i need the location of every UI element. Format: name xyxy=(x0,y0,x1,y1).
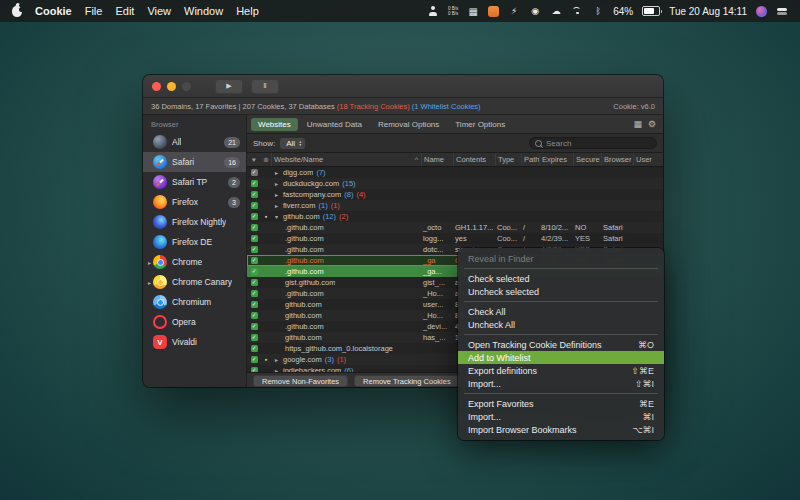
table-row[interactable]: ✓.github.com_octoGH1.1.17...Coo.../8/10/… xyxy=(247,222,663,233)
column-header-browser[interactable]: Browser xyxy=(601,153,633,166)
table-row[interactable]: ✓▸duckduckgo.com(15) xyxy=(247,178,663,189)
column-header-secure[interactable]: Secure xyxy=(573,153,601,166)
siri-icon[interactable] xyxy=(756,6,767,17)
record-icon[interactable] xyxy=(529,5,541,17)
tab-timer-options[interactable]: Timer Options xyxy=(448,118,512,131)
column-header-expires[interactable]: Expires xyxy=(539,153,573,166)
disclosure-icon[interactable]: ▸ xyxy=(273,356,280,363)
column-header-type[interactable]: Type xyxy=(495,153,521,166)
favorites-column-icon[interactable]: ♥ xyxy=(247,156,261,163)
column-header-path[interactable]: Path xyxy=(521,153,539,166)
sidebar-item-safari-tp[interactable]: Safari TP2 xyxy=(143,172,246,192)
table-row[interactable]: ✓▸fastcompany.com(8)(4) xyxy=(247,189,663,200)
close-button[interactable] xyxy=(152,82,161,91)
search-input[interactable]: Search xyxy=(529,137,657,149)
row-checkbox[interactable]: ✓ xyxy=(251,213,258,220)
user-icon[interactable] xyxy=(427,5,439,17)
disclosure-icon[interactable]: ▸ xyxy=(273,191,280,198)
table-row[interactable]: ✓●▾github.com(12)(2) xyxy=(247,211,663,222)
pause-timer-button[interactable]: Ⅱ xyxy=(251,79,279,94)
row-checkbox[interactable]: ✓ xyxy=(251,169,258,176)
battery-percent[interactable]: 64% xyxy=(613,6,633,17)
column-header-contents[interactable]: Contents xyxy=(453,153,495,166)
sidebar-item-firefox-de[interactable]: Firefox DE xyxy=(143,232,246,252)
control-center-icon[interactable] xyxy=(776,5,788,17)
disclosure-icon[interactable]: ▾ xyxy=(273,213,280,220)
row-checkbox[interactable]: ✓ xyxy=(251,312,258,319)
button-remove-non-favorites[interactable]: Remove Non-Favorites xyxy=(253,375,348,387)
row-checkbox[interactable]: ✓ xyxy=(251,191,258,198)
column-header-website-name[interactable]: Website/Name^ xyxy=(271,153,421,166)
grid-icon[interactable] xyxy=(467,5,479,17)
row-checkbox[interactable]: ✓ xyxy=(251,257,258,264)
menu-help[interactable]: Help xyxy=(236,5,259,17)
menubar-clock[interactable]: Tue 20 Aug 14:11 xyxy=(669,6,747,17)
context-menu-item-open-tracking-cookie-definitions[interactable]: Open Tracking Cookie Definitions⌘O xyxy=(458,338,664,351)
wifi-icon[interactable] xyxy=(571,5,583,17)
window-titlebar[interactable]: ▶ Ⅱ xyxy=(143,75,663,98)
tab-removal-options[interactable]: Removal Options xyxy=(371,118,446,131)
sidebar-item-opera[interactable]: Opera xyxy=(143,312,246,332)
sidebar-item-vivaldi[interactable]: Vivaldi xyxy=(143,332,246,352)
stats-icon[interactable] xyxy=(488,6,499,17)
table-row[interactable]: ✓▸fiverr.com(1)(1) xyxy=(247,200,663,211)
button-remove-tracking-cookies[interactable]: Remove Tracking Cookies xyxy=(354,375,460,387)
table-row[interactable]: ✓▸digg.com(7) xyxy=(247,167,663,178)
column-header-user[interactable]: User xyxy=(633,153,663,166)
row-checkbox[interactable]: ✓ xyxy=(251,202,258,209)
row-checkbox[interactable]: ✓ xyxy=(251,345,258,352)
context-menu-item-export-favorites[interactable]: Export Favorites⌘E xyxy=(458,397,664,410)
bluetooth-icon[interactable] xyxy=(592,5,604,17)
row-checkbox[interactable]: ✓ xyxy=(251,301,258,308)
sidebar-item-firefox[interactable]: Firefox3 xyxy=(143,192,246,212)
context-menu-item-import[interactable]: Import...⇧⌘I xyxy=(458,377,664,390)
disclosure-icon[interactable]: ▸ xyxy=(273,169,280,176)
row-checkbox[interactable]: ✓ xyxy=(251,246,258,253)
table-view-icon[interactable]: ▦ xyxy=(633,119,642,129)
sidebar-item-chrome[interactable]: ▸Chrome xyxy=(143,252,246,272)
table-row[interactable]: ✓.github.comlogg...yesCoo.../4/2/39...YE… xyxy=(247,233,663,244)
row-checkbox[interactable]: ✓ xyxy=(251,235,258,242)
context-menu-item-uncheck-all[interactable]: Uncheck All xyxy=(458,318,664,331)
menu-window[interactable]: Window xyxy=(184,5,223,17)
disclosure-icon[interactable]: ▸ xyxy=(146,279,153,286)
disclosure-icon[interactable]: ▸ xyxy=(273,180,280,187)
row-checkbox[interactable]: ✓ xyxy=(251,323,258,330)
disclosure-icon[interactable]: ▸ xyxy=(273,202,280,209)
context-menu-item-export-definitions[interactable]: Export definitions⇧⌘E xyxy=(458,364,664,377)
menubar-app-name[interactable]: Cookie xyxy=(35,5,72,17)
sidebar-item-all[interactable]: All21 xyxy=(143,132,246,152)
start-timer-button[interactable]: ▶ xyxy=(215,79,243,94)
tab-websites[interactable]: Websites xyxy=(251,118,298,131)
context-menu-item-add-to-whitelist[interactable]: Add to Whitelist xyxy=(458,351,664,364)
disclosure-icon[interactable]: ▸ xyxy=(273,367,280,372)
context-menu-item-check-selected[interactable]: Check selected xyxy=(458,272,664,285)
bolt-icon[interactable] xyxy=(508,5,520,17)
context-menu-item-import-browser-bookmarks[interactable]: Import Browser Bookmarks⌥⌘I xyxy=(458,423,664,436)
minimize-button[interactable] xyxy=(167,82,176,91)
context-menu-item-check-all[interactable]: Check All xyxy=(458,305,664,318)
column-header-name[interactable]: Name xyxy=(421,153,453,166)
row-checkbox[interactable]: ✓ xyxy=(251,290,258,297)
show-filter-popup[interactable]: All ▴▾ xyxy=(280,138,305,149)
apple-menu[interactable] xyxy=(12,6,22,17)
sidebar-item-safari[interactable]: Safari16 xyxy=(143,152,246,172)
tab-unwanted-data[interactable]: Unwanted Data xyxy=(300,118,369,131)
sidebar-item-chromium[interactable]: Chromium xyxy=(143,292,246,312)
disclosure-icon[interactable]: ▸ xyxy=(146,259,153,266)
cloud-icon[interactable] xyxy=(550,5,562,17)
row-checkbox[interactable]: ✓ xyxy=(251,279,258,286)
context-menu-item-import[interactable]: Import...⌘I xyxy=(458,410,664,423)
sidebar-item-chrome-canary[interactable]: ▸Chrome Canary xyxy=(143,272,246,292)
menu-file[interactable]: File xyxy=(85,5,103,17)
row-checkbox[interactable]: ✓ xyxy=(251,334,258,341)
menu-edit[interactable]: Edit xyxy=(115,5,134,17)
zoom-button[interactable] xyxy=(182,82,191,91)
row-checkbox[interactable]: ✓ xyxy=(251,224,258,231)
globe-column-icon[interactable]: ⊕ xyxy=(261,153,271,166)
battery-icon[interactable] xyxy=(642,6,660,16)
row-checkbox[interactable]: ✓ xyxy=(251,356,258,363)
menu-view[interactable]: View xyxy=(147,5,171,17)
row-checkbox[interactable]: ✓ xyxy=(251,268,258,275)
context-menu-item-uncheck-selected[interactable]: Uncheck selected xyxy=(458,285,664,298)
